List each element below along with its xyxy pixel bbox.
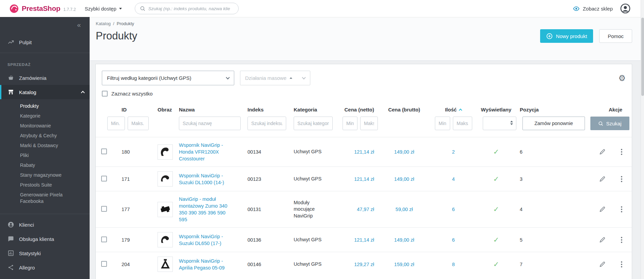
column-header-name[interactable]: Nazwa [176,102,245,116]
sidebar-subitem-pliki[interactable]: Pliki [0,151,90,160]
product-name-link[interactable]: Wspornik NaviGrip - Suzuki DL1000 (14-) [179,172,233,186]
row-checkbox[interactable] [101,176,107,181]
product-name-link[interactable]: Wspornik NaviGrip - Aprilia Pegaso 05-09 [179,258,233,271]
sidebar-subitem-atrybuty[interactable]: Atrybuty & Cechy [0,131,90,141]
sidebar-collapse-button[interactable]: « [0,17,90,30]
sidebar-item-orders[interactable]: Zamówienia [0,71,90,85]
quantity-min-filter-input[interactable] [435,117,450,130]
category-filter-dropdown[interactable]: Filtruj według kategorii (Uchwyt GPS) [102,71,234,85]
sidebar-item-allegro[interactable]: Allegro [0,260,90,275]
edit-pencil-icon[interactable] [599,176,605,182]
column-header-position[interactable]: Pozycja [516,102,586,116]
quantity-link[interactable]: 8 [452,262,455,267]
quantity-link[interactable]: 4 [452,176,455,182]
sidebar-item-catalog[interactable]: Katalog [0,85,90,99]
product-name-link[interactable]: Wspornik NaviGrip - Suzuki DL650 (17-) [179,233,233,247]
price-gross-link[interactable]: 59,00 zł [395,207,413,212]
product-name-link[interactable]: Wspornik NaviGrip - Honda VFR1200X Cross… [179,142,233,162]
sidebar-item-customers[interactable]: Klienci [0,217,90,232]
global-search-input[interactable] [148,6,234,11]
kebab-menu-icon[interactable] [621,237,622,243]
content-area: Filtruj według kategorii (Uchwyt GPS) Dz… [90,61,644,279]
index-filter-input[interactable] [247,117,286,130]
view-shop-link[interactable]: Zobacz sklep [573,6,613,12]
price-max-filter-input[interactable] [360,117,378,130]
id-min-filter-input[interactable] [107,117,125,130]
product-image[interactable] [158,257,173,272]
price-gross-link[interactable]: 159,00 zł [394,262,414,267]
quantity-max-filter-input[interactable] [453,117,472,130]
price-net-link[interactable]: 121,14 zł [354,176,374,182]
price-gross-link[interactable]: 149,00 zł [394,176,414,182]
sidebar-subitem-monitorowanie[interactable]: Monitorowanie [0,121,90,131]
edit-pencil-icon[interactable] [599,237,605,243]
column-header-id[interactable]: ID [111,102,155,116]
column-header-index[interactable]: Indeks [245,102,291,116]
product-image[interactable] [158,202,173,217]
price-net-link[interactable]: 129,27 zł [354,262,374,267]
column-header-category[interactable]: Kategoria [291,102,340,116]
quantity-link[interactable]: 6 [452,207,455,212]
row-checkbox[interactable] [101,149,107,154]
row-checkbox[interactable] [101,206,107,212]
table-row: 171 Wspornik NaviGrip - Suzuki DL1000 (1… [96,167,632,191]
sidebar-subitem-pixel[interactable]: Generowanie Pixela Facebooka [0,190,90,206]
kebab-menu-icon[interactable] [621,261,622,267]
displayed-filter-select[interactable] [483,117,516,130]
column-header-price-gross[interactable]: Cena (brutto) [378,102,430,116]
displayed-check-icon: ✓ [493,148,499,156]
grid-settings-gear-icon[interactable]: ⚙ [618,74,626,82]
edit-pencil-icon[interactable] [599,261,605,267]
sidebar-item-customer-service[interactable]: Obsługa klienta [0,232,90,246]
quantity-link[interactable]: 6 [452,237,455,243]
sidebar-item-dashboard[interactable]: Pulpit [0,35,90,49]
product-image[interactable] [158,232,173,247]
sidebar-subitem-stany[interactable]: Stany magazynowe [0,170,90,180]
column-header-quantity[interactable]: Ilość [430,102,477,116]
price-net-link[interactable]: 121,14 zł [354,149,374,155]
price-gross-link[interactable]: 149,00 zł [394,149,414,155]
quick-access-menu[interactable]: Szybki dostęp [85,6,122,12]
kebab-menu-icon[interactable] [621,149,622,155]
price-net-link[interactable]: 47,97 zł [357,207,374,212]
id-max-filter-input[interactable] [128,117,149,130]
row-checkbox[interactable] [101,261,107,267]
name-filter-input[interactable] [179,117,241,130]
scrollbar-thumb[interactable] [641,18,644,96]
grid-search-button[interactable]: Szukaj [590,117,629,130]
new-product-button[interactable]: Nowy produkt [540,29,593,43]
scrollbar[interactable] [641,0,644,279]
edit-pencil-icon[interactable] [599,149,605,155]
user-avatar[interactable] [620,3,630,14]
help-button[interactable]: Pomoc [599,29,632,43]
price-gross-link[interactable]: 149,00 zł [394,237,414,243]
select-all-checkbox[interactable] [102,91,108,97]
reorder-button[interactable]: Zamów ponownie [522,117,585,130]
sidebar-item-stats[interactable]: Statystyki [0,246,90,260]
category-filter-input[interactable] [294,117,333,130]
bulk-actions-dropdown[interactable]: Działania masowe [240,71,310,85]
chevron-down-icon [119,8,122,10]
price-net-link[interactable]: 121,14 zł [354,237,374,243]
sidebar-subitem-rabaty[interactable]: Rabaty [0,160,90,170]
kebab-menu-icon[interactable] [621,206,622,212]
product-image[interactable] [158,144,173,160]
product-name-link[interactable]: NaviGrip - moduł montażowy Zumo 340 350 … [179,196,233,223]
price-min-filter-input[interactable] [343,117,357,130]
column-header-price-net[interactable]: Cena (netto) [340,102,378,116]
sidebar-label-catalog: Katalog [19,89,36,95]
spinner-arrows-icon [510,121,513,125]
product-index: 00123 [245,167,291,191]
sidebar-subitem-marki[interactable]: Marki & Dostawcy [0,141,90,151]
sidebar-subitem-prestools[interactable]: Prestools Suite [0,180,90,190]
sidebar: « Pulpit SPRZEDAŻ Zamówienia Katalog Pro… [0,17,90,279]
sidebar-subitem-produkty[interactable]: Produkty [0,101,90,111]
row-checkbox[interactable] [101,237,107,242]
product-image[interactable] [158,171,173,187]
kebab-menu-icon[interactable] [621,176,622,182]
breadcrumb-katalog[interactable]: Katalog [96,21,111,26]
edit-pencil-icon[interactable] [599,206,605,212]
sidebar-subitem-kategorie[interactable]: Kategorie [0,111,90,121]
prestashop-brand[interactable]: PrestaShop 1.7.7.2 [10,4,76,13]
quantity-link[interactable]: 2 [452,149,455,155]
